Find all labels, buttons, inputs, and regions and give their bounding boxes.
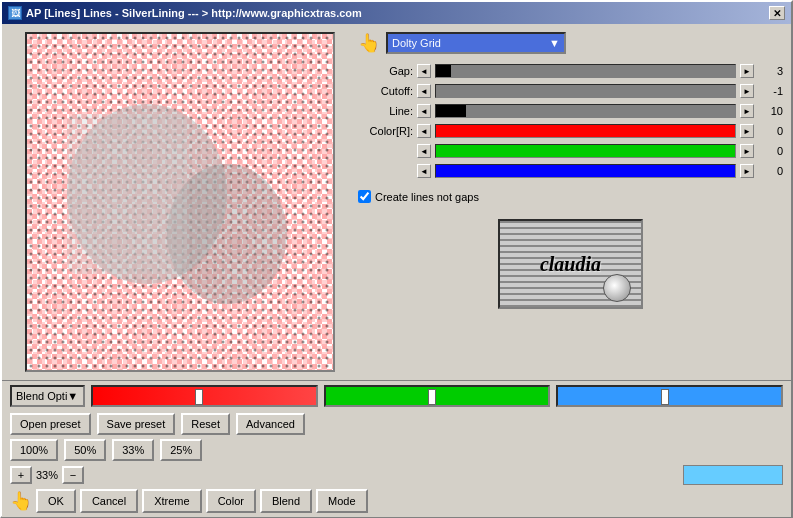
line-slider[interactable] bbox=[435, 104, 736, 118]
cutoff-label: Cutoff: bbox=[358, 85, 413, 97]
blend-blue-thumb bbox=[661, 389, 669, 405]
line-row: Line: ◄ ► 10 bbox=[358, 104, 783, 118]
cutoff-value: -1 bbox=[758, 85, 783, 97]
blend-dropdown[interactable]: Blend Opti▼ bbox=[10, 385, 85, 407]
gap-inc-btn[interactable]: ► bbox=[740, 64, 754, 78]
preview-canvas bbox=[27, 34, 333, 370]
line-dec-btn[interactable]: ◄ bbox=[417, 104, 431, 118]
open-preset-button[interactable]: Open preset bbox=[10, 413, 91, 435]
color-swatch bbox=[683, 465, 783, 485]
line-slider-fill bbox=[436, 105, 466, 117]
bottom-row: + 33% − bbox=[10, 465, 783, 485]
preview-image: claudia bbox=[498, 219, 643, 309]
gap-label: Gap: bbox=[358, 65, 413, 77]
zoom-control: + 33% − bbox=[10, 466, 84, 484]
right-panel: 👆 Dolty Grid ▼ Gap: ◄ ► 3 Cutoff: ◄ bbox=[358, 32, 783, 372]
ok-button[interactable]: OK bbox=[36, 489, 76, 513]
zoom-out-button[interactable]: − bbox=[62, 466, 84, 484]
color-r-inc-btn[interactable]: ► bbox=[740, 124, 754, 138]
line-label: Line: bbox=[358, 105, 413, 117]
blend-green-slider[interactable] bbox=[324, 385, 551, 407]
preview-image-container: claudia bbox=[358, 213, 783, 315]
color-button[interactable]: Color bbox=[206, 489, 256, 513]
zoom-current-value: 33% bbox=[36, 469, 58, 481]
blend-green-thumb bbox=[428, 389, 436, 405]
preset-dropdown-value: Dolty Grid bbox=[392, 37, 441, 49]
ok-cancel-row: 👆 OK Cancel Xtreme Color Blend Mode bbox=[10, 489, 783, 513]
checkbox-row: Create lines not gaps bbox=[358, 190, 783, 203]
app-icon: 🖼 bbox=[8, 6, 22, 20]
window-title: AP [Lines] Lines - SilverLining --- > ht… bbox=[26, 7, 362, 19]
zoom-row: 100% 50% 33% 25% bbox=[10, 439, 783, 461]
blend-red-thumb bbox=[195, 389, 203, 405]
reset-button[interactable]: Reset bbox=[181, 413, 230, 435]
preset-buttons-row: Open preset Save preset Reset Advanced bbox=[10, 413, 783, 435]
zoom-25-button[interactable]: 25% bbox=[160, 439, 202, 461]
preset-dropdown-arrow: ▼ bbox=[549, 37, 560, 49]
preview-area bbox=[25, 32, 335, 372]
zoom-in-button[interactable]: + bbox=[10, 466, 32, 484]
color-g-inc-btn[interactable]: ► bbox=[740, 144, 754, 158]
advanced-button[interactable]: Advanced bbox=[236, 413, 305, 435]
zoom-100-button[interactable]: 100% bbox=[10, 439, 58, 461]
preset-row: 👆 Dolty Grid ▼ bbox=[358, 32, 783, 54]
gap-value: 3 bbox=[758, 65, 783, 77]
color-g-slider[interactable] bbox=[435, 144, 736, 158]
preview-circle bbox=[603, 274, 631, 302]
line-value: 10 bbox=[758, 105, 783, 117]
cancel-button[interactable]: Cancel bbox=[80, 489, 138, 513]
gap-slider-fill bbox=[436, 65, 451, 77]
hand-ok-icon: 👆 bbox=[10, 490, 32, 512]
color-b-value: 0 bbox=[758, 165, 783, 177]
cutoff-slider-fill bbox=[436, 85, 571, 97]
color-b-row: ◄ ► 0 bbox=[358, 164, 783, 178]
cutoff-dec-btn[interactable]: ◄ bbox=[417, 84, 431, 98]
gap-row: Gap: ◄ ► 3 bbox=[358, 64, 783, 78]
color-b-slider[interactable] bbox=[435, 164, 736, 178]
svg-rect-7 bbox=[67, 114, 187, 274]
line-inc-btn[interactable]: ► bbox=[740, 104, 754, 118]
color-r-value: 0 bbox=[758, 125, 783, 137]
blend-row: Blend Opti▼ bbox=[10, 385, 783, 407]
color-r-row: Color[R]: ◄ ► 0 bbox=[358, 124, 783, 138]
color-r-dec-btn[interactable]: ◄ bbox=[417, 124, 431, 138]
zoom-33-button[interactable]: 33% bbox=[112, 439, 154, 461]
blend-button[interactable]: Blend bbox=[260, 489, 312, 513]
gap-slider[interactable] bbox=[435, 64, 736, 78]
blend-red-slider[interactable] bbox=[91, 385, 318, 407]
mode-button[interactable]: Mode bbox=[316, 489, 368, 513]
color-r-slider[interactable] bbox=[435, 124, 736, 138]
create-lines-checkbox[interactable] bbox=[358, 190, 371, 203]
preview-svg bbox=[27, 34, 333, 370]
color-g-dec-btn[interactable]: ◄ bbox=[417, 144, 431, 158]
checkbox-label: Create lines not gaps bbox=[375, 191, 479, 203]
preview-text: claudia bbox=[540, 253, 601, 276]
cutoff-row: Cutoff: ◄ ► -1 bbox=[358, 84, 783, 98]
color-b-dec-btn[interactable]: ◄ bbox=[417, 164, 431, 178]
color-r-label: Color[R]: bbox=[358, 125, 413, 137]
save-preset-button[interactable]: Save preset bbox=[97, 413, 176, 435]
xtreme-button[interactable]: Xtreme bbox=[142, 489, 201, 513]
title-bar-left: 🖼 AP [Lines] Lines - SilverLining --- > … bbox=[8, 6, 362, 20]
blend-dropdown-label: Blend Opti▼ bbox=[16, 390, 78, 402]
color-g-value: 0 bbox=[758, 145, 783, 157]
color-g-row: ◄ ► 0 bbox=[358, 144, 783, 158]
zoom-50-button[interactable]: 50% bbox=[64, 439, 106, 461]
stripes-preview: claudia bbox=[500, 221, 641, 307]
title-bar: 🖼 AP [Lines] Lines - SilverLining --- > … bbox=[2, 2, 791, 24]
blend-blue-slider[interactable] bbox=[556, 385, 783, 407]
hand-pointer-icon: 👆 bbox=[358, 32, 380, 54]
main-content: 👆 Dolty Grid ▼ Gap: ◄ ► 3 Cutoff: ◄ bbox=[2, 24, 791, 380]
gap-dec-btn[interactable]: ◄ bbox=[417, 64, 431, 78]
color-b-inc-btn[interactable]: ► bbox=[740, 164, 754, 178]
left-panel bbox=[10, 32, 350, 372]
main-window: 🖼 AP [Lines] Lines - SilverLining --- > … bbox=[0, 0, 793, 518]
cutoff-slider[interactable] bbox=[435, 84, 736, 98]
close-button[interactable]: ✕ bbox=[769, 6, 785, 20]
bottom-section: Blend Opti▼ Open preset Save preset Rese… bbox=[2, 380, 791, 517]
action-row bbox=[683, 465, 783, 485]
preset-dropdown[interactable]: Dolty Grid ▼ bbox=[386, 32, 566, 54]
cutoff-inc-btn[interactable]: ► bbox=[740, 84, 754, 98]
